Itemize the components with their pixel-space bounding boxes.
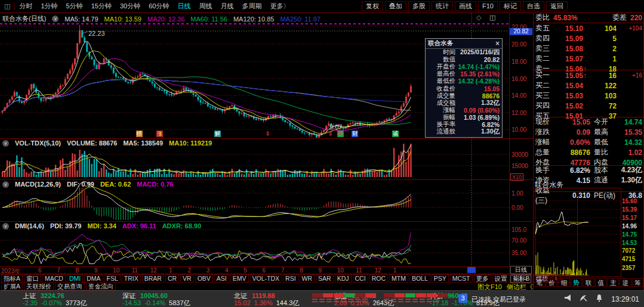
stat-label: 换手 (535, 165, 560, 175)
ask-row[interactable]: 卖四15.095 (534, 33, 644, 44)
index-深证[interactable]: 深证10045.60-14.53-0.14%5837亿 (122, 292, 190, 306)
extension-tab-资金流向[interactable]: 资金流向 (86, 282, 116, 290)
indicator-tab-CR[interactable]: CR (165, 274, 179, 283)
collapse-icon[interactable]: ∨ (2, 140, 9, 147)
gauge-segment (395, 293, 405, 297)
indicator-tab-FSL[interactable]: FSL (104, 274, 121, 283)
period-tab-分时[interactable]: 分时 (15, 2, 36, 11)
indicator-tab-设置[interactable]: 设置 (492, 274, 510, 283)
period-box[interactable]: 日线 (510, 266, 532, 274)
level-volume: 104 (589, 24, 617, 33)
high-annotation: 22.23 (88, 30, 105, 37)
indicator-tab-TRIX[interactable]: TRIX (122, 274, 141, 283)
stat-label: 涨幅 (535, 137, 560, 147)
quote-tab-联[interactable]: 联 (583, 278, 594, 287)
connection-badge[interactable]: 3 (458, 294, 467, 303)
indicator-tab-MCST[interactable]: MCST (450, 274, 473, 283)
indicator-tab-WR[interactable]: WR (300, 274, 315, 283)
toolbar-action-画线[interactable]: 画线 (455, 1, 476, 11)
indicator-tab-RSI[interactable]: RSI (283, 274, 298, 283)
stat-row: 总量88676量比1.02 (534, 147, 644, 157)
indicator-tab-DMI[interactable]: DMI (67, 274, 83, 283)
quote-tab-主[interactable]: 主 (607, 278, 619, 287)
period-tab-5分钟[interactable]: 5分钟 (62, 2, 87, 11)
bell-icon[interactable] (594, 293, 604, 304)
collapse-icon[interactable]: ∨ (2, 181, 9, 188)
layout-icon[interactable]: ◫ (0, 2, 15, 10)
stat-value: 1.30亿 (615, 175, 642, 185)
toolbar-action-返回[interactable]: 返回 (546, 1, 568, 11)
indicator-tab-SAR[interactable]: SAR (316, 274, 334, 283)
period-tab-周线[interactable]: 周线 (195, 2, 216, 11)
indicator-tab-指标A[interactable]: 指标A (1, 274, 23, 283)
ask-row[interactable]: 卖二15.071 (534, 54, 644, 64)
toolbar-action-自选[interactable]: 自选 (523, 1, 544, 11)
bid-row[interactable]: 买三15.03103 (534, 91, 644, 101)
toolbar-action-叠加[interactable]: 叠加 (385, 1, 406, 11)
gauge-dash (427, 299, 432, 300)
extension-tab-交易查询[interactable]: 交易查询 (55, 282, 85, 290)
bid-row[interactable]: 买一15.05↑16+16 (534, 70, 644, 80)
vol-pane-header: ∨ VOL-TDX(5,10)VOLUME: 88676MA5: 138549M… (2, 139, 212, 147)
ask-row[interactable]: 卖五15.10104+104 (534, 23, 644, 33)
diamond-icon[interactable]: ◇ (476, 14, 481, 21)
gauge-dash (412, 301, 418, 302)
indicator-tab-MACD[interactable]: MACD (42, 274, 66, 283)
indicator-tab-EMV[interactable]: EMV (230, 274, 249, 283)
split-pane-icon[interactable]: ◫ (489, 14, 495, 21)
period-tab-1分钟[interactable]: 1分钟 (36, 2, 61, 11)
period-tab-15分钟[interactable]: 15分钟 (87, 2, 116, 11)
satellite-icon[interactable] (579, 293, 588, 304)
indicator-tab-PSY[interactable]: PSY (432, 274, 449, 283)
x-axis-label: 6 (38, 267, 42, 274)
indicator-tab-DMA[interactable]: DMA (84, 274, 103, 283)
level-price: 15.02 (554, 102, 583, 110)
quote-tab-筹[interactable]: 筹 (632, 278, 644, 287)
gauge-dash (427, 301, 432, 302)
period-tab-30分钟[interactable]: 30分钟 (116, 2, 144, 11)
period-tab-多周期[interactable]: 多周期 (238, 2, 266, 11)
toolbar-action-标记[interactable]: 标记 (500, 1, 521, 11)
indicator-tab-KDJ[interactable]: KDJ (335, 274, 352, 283)
indicator-tab-OBV[interactable]: OBV (195, 274, 213, 283)
indicator-tab-CCI[interactable]: CCI (353, 274, 368, 283)
indicator-tab-VR[interactable]: VR (180, 274, 194, 283)
indicator-tab-BRAR[interactable]: BRAR (142, 274, 164, 283)
index-北证[interactable]: 北证1119.8815.021.36%144.3亿 (234, 292, 299, 306)
ask-row[interactable]: 卖三15.082 (534, 44, 644, 54)
indicator-tab-指标B[interactable]: 指标B (511, 274, 532, 283)
indicator-tab-BOLL[interactable]: BOLL (409, 274, 430, 283)
indicator-tab-VOL-TDX[interactable]: VOL-TDX (250, 274, 282, 283)
indicator-tab-MTM[interactable]: MTM (389, 274, 408, 283)
indicator-tab-ASI[interactable]: ASI (214, 274, 229, 283)
period-tab-月线[interactable]: 月线 (216, 2, 238, 11)
period-tab-更多〉[interactable]: 更多〉 (266, 2, 294, 11)
x-axis-label: 9 (319, 267, 322, 274)
extension-tab-扩展A[interactable]: 扩展A (1, 282, 23, 290)
quote-tab-价[interactable]: 价 (546, 278, 558, 287)
indicator-tab-更多[interactable]: 更多 (474, 274, 491, 283)
tooltip-titlebar[interactable]: 联合水务 × (426, 39, 502, 49)
toolbar-action-F10[interactable]: F10 (478, 1, 498, 11)
collapse-icon[interactable]: ∨ (52, 15, 58, 22)
toolbar-action-复权[interactable]: 复权 (362, 1, 383, 11)
quote-tab-笔[interactable]: 笔 (534, 278, 546, 287)
bid-row[interactable]: 买二15.04122 (534, 80, 644, 91)
indicator-tab-窗口[interactable]: 窗口 (24, 274, 41, 283)
gauge-dash (434, 299, 439, 300)
quote-tab-值[interactable]: 值 (595, 278, 607, 287)
index-上证[interactable]: 上证3224.76-2.35-0.07%3773亿 (23, 292, 87, 306)
toolbar-action-多股[interactable]: 多股 (408, 1, 430, 11)
period-tab-日线[interactable]: 日线 (173, 2, 195, 11)
announce-icon[interactable] (563, 293, 573, 304)
collapse-icon[interactable]: ∨ (2, 223, 9, 230)
quote-tab-逆[interactable]: 逆 (620, 278, 631, 287)
bid-row[interactable]: 买四15.0272 (534, 101, 644, 111)
indicator-tab-ROC[interactable]: ROC (369, 274, 388, 283)
close-icon[interactable]: × (495, 39, 500, 48)
period-tab-60分钟[interactable]: 60分钟 (144, 2, 173, 11)
quote-tab-势[interactable]: 势 (571, 278, 583, 287)
quote-tab-细[interactable]: 细 (558, 278, 570, 287)
toolbar-action-统计[interactable]: 统计 (432, 1, 453, 11)
extension-tab-关联报价[interactable]: 关联报价 (24, 282, 54, 290)
